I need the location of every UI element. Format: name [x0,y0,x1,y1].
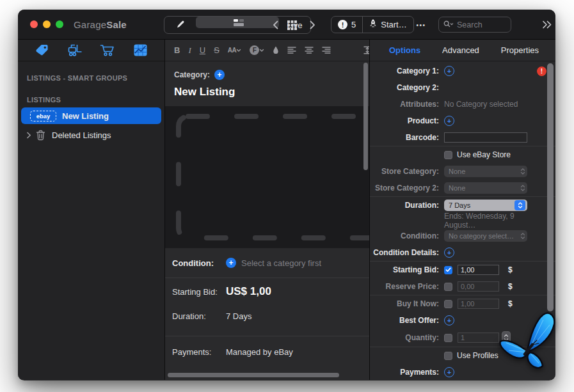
back-button[interactable] [267,18,283,32]
payments-value: Managed by eBay [226,347,293,357]
sidebar-item-new-listing[interactable]: ebay New Listing [21,107,161,124]
shopping-cart-icon [100,43,115,57]
forward-button[interactable] [305,18,320,32]
starting-bid-checkbox[interactable] [444,266,452,274]
use-ebay-store-checkbox[interactable] [444,151,452,159]
error-count-button[interactable]: ! 5 [331,17,362,33]
quantity-input[interactable] [458,333,499,343]
chevron-updown-icon [520,232,525,240]
quantity-label: Quantity: [370,333,439,342]
zoom-button[interactable] [56,20,63,28]
buy-it-now-input[interactable] [458,299,499,309]
tab-properties[interactable]: Properties [501,45,539,55]
forklift-icon [67,43,83,57]
chevron-left-icon [273,20,278,29]
underline-button[interactable]: U [200,45,205,55]
reserve-price-checkbox[interactable] [444,283,452,291]
condition-label: Condition: [172,258,219,268]
smart-groups-header: LISTINGS - SMART GROUPS [27,74,164,82]
sidebar-item-deleted-listings[interactable]: Deleted Listings [21,127,161,143]
chevron-double-right-icon [542,20,552,29]
search-input[interactable] [457,20,506,29]
disclosure-chevron-icon[interactable] [26,132,31,139]
store-category-select[interactable]: None [444,166,527,177]
chevron-updown-icon [520,168,525,175]
search-icon [443,19,454,31]
format-toolbar: B I U S AA F [165,40,369,61]
quantity-checkbox[interactable] [444,334,452,342]
sidebar: LISTINGS - SMART GROUPS LISTINGS ebay Ne… [18,40,165,380]
add-category-button[interactable]: + [214,70,225,80]
best-offer-label: Best Offer: [370,316,439,325]
ebay-badge: ebay [30,111,56,122]
store-category2-select[interactable]: None [444,182,527,194]
duration-select[interactable]: 7 Days [444,200,527,211]
tab-orders[interactable] [95,42,120,59]
image-dropzone[interactable] [165,106,369,248]
add-payments-button[interactable]: + [444,367,454,377]
strikethrough-button[interactable]: S [214,45,219,55]
tab-inventory[interactable] [62,42,88,59]
add-product-button[interactable]: + [444,116,454,126]
inspector-scrollbar[interactable] [547,63,554,311]
image-placeholder-dashes [175,113,369,241]
minimize-button[interactable] [43,20,51,28]
category-row: Category: + [165,61,369,80]
bold-button[interactable]: B [174,45,180,55]
font-size-button[interactable]: AA [228,47,241,54]
buy-it-now-checkbox[interactable] [444,300,452,308]
text-color-button[interactable] [273,46,279,54]
payments-label: Payments: [172,347,219,357]
font-button[interactable]: F [250,45,264,55]
search-field[interactable] [438,17,511,33]
align-left-button[interactable] [287,47,296,54]
barcode-input[interactable] [444,132,527,143]
select-condition-button[interactable]: + [226,258,236,268]
use-ebay-store-label: Use eBay Store [457,150,511,159]
condition-select[interactable]: No category select… [444,230,527,242]
listing-summary: Condition: + Select a category first Sta… [165,248,369,380]
error-badge[interactable]: ! [537,67,546,76]
preview-mode-button[interactable] [196,17,279,28]
close-button[interactable] [30,20,38,28]
category1-label: Category 1: [370,67,439,75]
tab-statistics[interactable] [127,42,153,59]
reserve-price-input[interactable] [458,281,499,292]
start-listing-button[interactable]: Start… [362,17,413,33]
starting-bid-label: Starting Bid: [370,265,439,274]
condition-details-label: Condition Details: [370,248,439,257]
toolbar-overflow-button[interactable] [540,18,554,31]
editor-scrollbar[interactable] [363,63,368,170]
starting-bid-value: US$ 1,00 [226,285,271,298]
currency-label: $ [508,282,513,291]
align-center-button[interactable] [305,47,314,54]
starting-bid-input[interactable] [458,265,499,275]
traffic-lights [30,20,63,28]
titlebar: GarageSale Live ! 5 [18,10,555,40]
listing-title[interactable]: New Listing [165,80,369,106]
line-spacing-button[interactable] [363,46,370,54]
add-condition-details-button[interactable]: + [444,247,454,258]
apps-grid-button[interactable] [284,18,299,32]
chevron-updown-icon [520,184,525,192]
more-options-button[interactable]: ••• [411,17,431,33]
status-button-group: ! 5 Start… [331,16,414,33]
tab-listings[interactable] [29,42,55,59]
error-count: 5 [351,20,356,29]
edit-mode-button[interactable] [164,17,196,33]
attributes-label: Attributes: [370,100,439,109]
horizontal-scrollbar[interactable] [168,373,339,377]
butterfly-image [498,312,559,375]
category-label: Category: [174,70,210,79]
duration-label: Duration: [370,201,439,210]
italic-button[interactable]: I [188,45,191,56]
tab-advanced[interactable]: Advanced [442,45,479,55]
tab-options[interactable]: Options [389,45,420,55]
add-best-offer-button[interactable]: + [444,315,454,325]
use-profiles-checkbox[interactable] [444,352,452,360]
price-tag-icon [35,43,49,57]
align-right-button[interactable] [322,47,331,54]
pencil-icon [176,20,185,31]
reserve-price-label: Reserve Price: [370,282,439,291]
add-category1-button[interactable]: + [444,66,454,76]
